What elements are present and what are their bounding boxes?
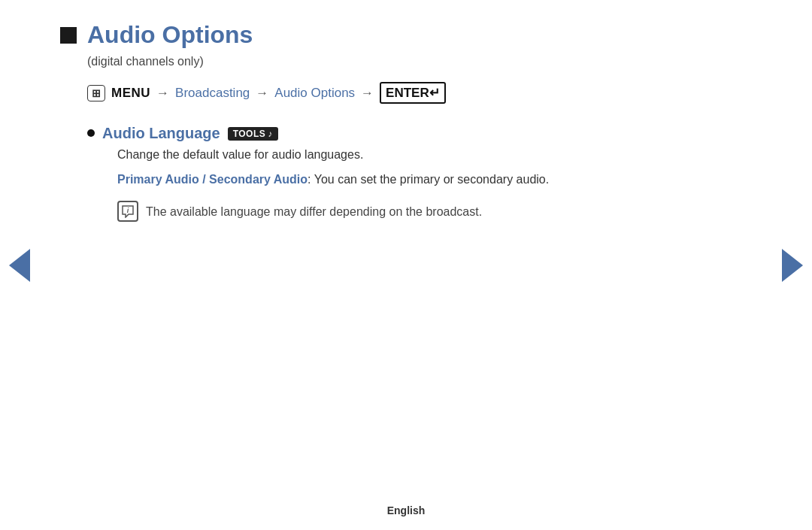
subtitle: (digital channels only) xyxy=(87,55,752,68)
breadcrumb-arrow-2: → xyxy=(256,86,268,101)
main-content: Audio Options (digital channels only) ⊞ … xyxy=(0,0,812,222)
breadcrumb-audio-options: Audio Options xyxy=(274,86,355,101)
breadcrumb-arrow-1: → xyxy=(156,86,169,101)
menu-icon-box: ⊞ xyxy=(87,85,105,101)
enter-label: ENTER xyxy=(386,86,429,101)
tools-badge-icon: ♪ xyxy=(268,129,273,139)
page-title-row: Audio Options xyxy=(60,21,752,49)
breadcrumb-menu-label: MENU xyxy=(111,86,150,101)
menu-icon-symbol: ⊞ xyxy=(92,87,101,99)
breadcrumb-arrow-3: → xyxy=(361,86,374,101)
breadcrumb: ⊞ MENU → Broadcasting → Audio Options → … xyxy=(87,82,752,104)
change-default-text: Change the default value for audio langu… xyxy=(117,148,549,162)
primary-secondary-description: : You can set the primary or secondary a… xyxy=(308,173,549,186)
breadcrumb-broadcasting: Broadcasting xyxy=(175,86,250,101)
audio-language-content: Audio Language TOOLS ♪ Change the defaul… xyxy=(102,125,549,222)
audio-language-label: Audio Language xyxy=(102,125,220,142)
primary-secondary-label: Primary Audio / Secondary Audio xyxy=(117,173,308,186)
tools-badge-text: TOOLS xyxy=(233,129,266,139)
nav-arrow-right[interactable] xyxy=(782,249,803,282)
note-text: The available language may differ depend… xyxy=(146,201,482,221)
primary-secondary-row: Primary Audio / Secondary Audio: You can… xyxy=(117,171,549,189)
tools-badge: TOOLS ♪ xyxy=(228,127,278,141)
nav-arrow-left[interactable] xyxy=(9,249,30,282)
page-title: Audio Options xyxy=(87,21,253,49)
title-icon xyxy=(60,27,77,44)
breadcrumb-enter: ENTER↵ xyxy=(380,82,446,104)
section-list: Audio Language TOOLS ♪ Change the defaul… xyxy=(87,125,752,222)
note-row: i The available language may differ depe… xyxy=(117,201,549,222)
bullet-dot xyxy=(87,129,95,137)
audio-language-row: Audio Language TOOLS ♪ xyxy=(102,125,549,142)
svg-text:i: i xyxy=(127,207,129,214)
enter-symbol: ↵ xyxy=(429,85,440,101)
audio-language-item: Audio Language TOOLS ♪ Change the defaul… xyxy=(87,125,752,222)
footer-language: English xyxy=(387,504,426,516)
note-icon: i xyxy=(117,201,138,222)
